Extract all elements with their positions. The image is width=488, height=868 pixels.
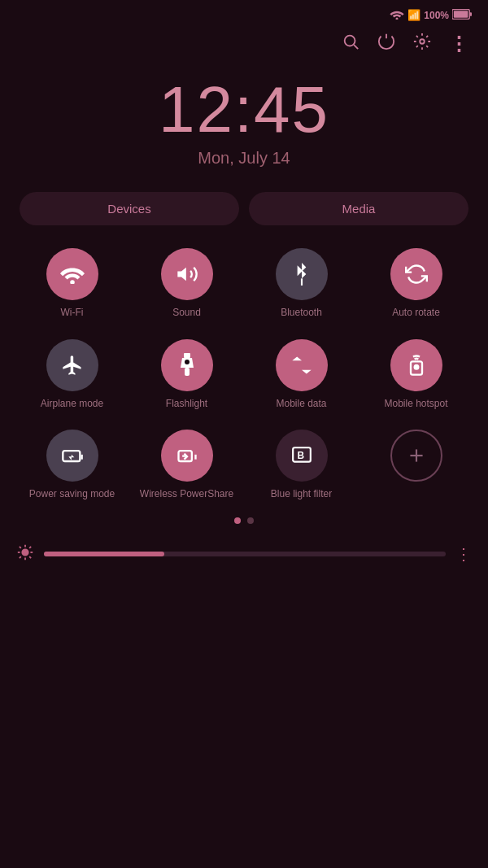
svg-point-7: [70, 280, 75, 284]
clock-date: Mon, July 14: [198, 149, 290, 168]
qs-bluetooth[interactable]: Bluetooth: [246, 242, 357, 326]
powershare-icon-circle: [161, 430, 213, 482]
wifi-icon-circle: [46, 248, 98, 300]
qs-mobile-hotspot[interactable]: Mobile hotspot: [360, 333, 472, 417]
qs-flashlight[interactable]: Flashlight: [131, 333, 242, 417]
power-icon[interactable]: [377, 33, 395, 55]
qs-wifi[interactable]: Wi-Fi: [16, 242, 128, 326]
qs-wireless-powershare[interactable]: Wireless PowerShare: [131, 423, 242, 508]
blue-light-label: Blue light filter: [271, 488, 332, 501]
wifi-label: Wi-Fi: [61, 307, 84, 320]
power-saving-icon-circle: [46, 430, 98, 482]
svg-rect-2: [469, 12, 472, 16]
tab-row: Devices Media: [0, 192, 488, 242]
brightness-icon: [16, 543, 34, 565]
quick-settings: Wi-Fi Sound Bluetooth: [0, 242, 488, 524]
gear-icon[interactable]: [413, 33, 431, 55]
top-actions: ⋮: [0, 26, 488, 61]
svg-point-24: [22, 549, 28, 555]
flashlight-icon-circle: [161, 339, 213, 391]
add-icon-circle: [390, 430, 442, 482]
qs-power-saving[interactable]: Power saving mode: [16, 423, 128, 508]
search-icon[interactable]: [342, 33, 359, 55]
more-icon[interactable]: ⋮: [449, 34, 468, 54]
power-saving-label: Power saving mode: [29, 488, 115, 501]
brightness-more-icon[interactable]: ⋮: [455, 544, 472, 564]
qs-mobile-data[interactable]: Mobile data: [246, 333, 357, 417]
dot-2: [247, 517, 254, 524]
flashlight-label: Flashlight: [166, 398, 207, 411]
svg-rect-11: [185, 368, 190, 376]
qs-airplane[interactable]: Airplane mode: [16, 333, 128, 417]
svg-line-32: [29, 547, 31, 548]
auto-rotate-icon-circle: [390, 248, 442, 300]
qs-blue-light-filter[interactable]: B Blue light filter: [246, 423, 357, 508]
airplane-icon-circle: [46, 339, 98, 391]
powershare-label: Wireless PowerShare: [140, 488, 233, 501]
qs-add[interactable]: [360, 423, 472, 508]
mobile-data-label: Mobile data: [276, 398, 326, 411]
page-dots: [16, 517, 472, 524]
svg-point-0: [396, 18, 399, 20]
qs-auto-rotate[interactable]: Auto rotate: [360, 242, 472, 326]
clock-section: 12:45 Mon, July 14: [0, 61, 488, 192]
status-icons: 📶 100%: [390, 8, 472, 22]
airplane-label: Airplane mode: [41, 398, 103, 411]
svg-line-29: [20, 547, 21, 548]
battery-icon: 100%: [424, 10, 449, 21]
media-tab[interactable]: Media: [249, 192, 468, 225]
status-bar: 📶 100%: [0, 0, 488, 26]
brightness-fill: [44, 552, 164, 556]
dot-1: [234, 517, 241, 524]
svg-point-12: [185, 360, 190, 364]
wifi-status-icon: [390, 8, 404, 22]
bluetooth-icon-circle: [276, 248, 328, 300]
blue-light-icon-circle: B: [276, 430, 328, 482]
sound-label: Sound: [172, 307, 201, 320]
svg-rect-10: [184, 353, 190, 358]
svg-line-5: [354, 45, 358, 49]
battery-indicator: [452, 9, 472, 22]
brightness-track[interactable]: [44, 552, 446, 556]
svg-point-14: [414, 365, 418, 369]
svg-rect-3: [454, 11, 468, 17]
qs-sound[interactable]: Sound: [131, 242, 242, 326]
qs-grid: Wi-Fi Sound Bluetooth: [16, 242, 472, 508]
clock-time: 12:45: [159, 77, 329, 142]
svg-line-31: [20, 556, 21, 558]
devices-tab[interactable]: Devices: [20, 192, 239, 225]
hotspot-label: Mobile hotspot: [384, 398, 447, 411]
sound-icon-circle: [161, 248, 213, 300]
auto-rotate-label: Auto rotate: [392, 307, 440, 320]
mobile-data-icon-circle: [276, 339, 328, 391]
hotspot-icon-circle: [390, 339, 442, 391]
svg-point-6: [420, 39, 425, 44]
svg-marker-8: [177, 268, 186, 281]
brightness-row: ⋮: [0, 530, 488, 578]
signal-icon: 📶: [407, 9, 420, 21]
svg-text:B: B: [297, 451, 304, 462]
bluetooth-label: Bluetooth: [281, 307, 322, 320]
svg-point-4: [345, 36, 355, 46]
svg-line-30: [29, 556, 31, 558]
